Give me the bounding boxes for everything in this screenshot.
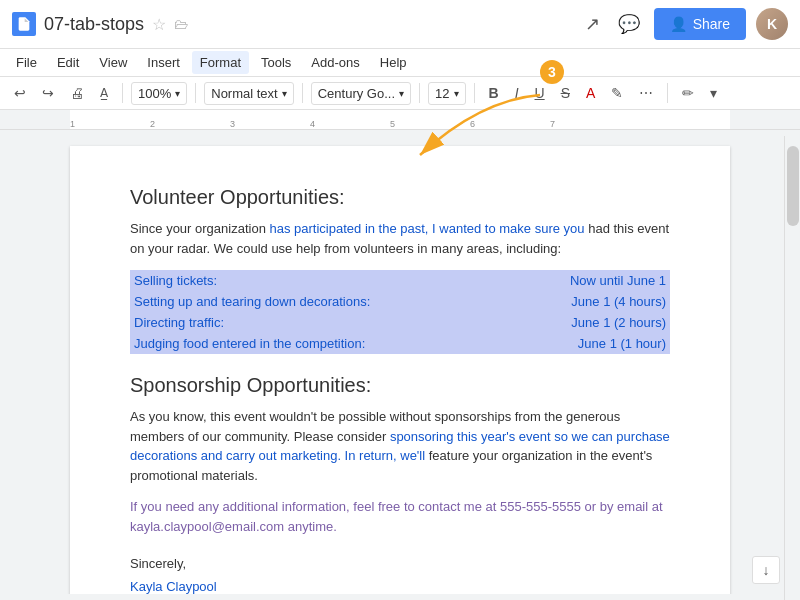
date-cell: June 1 (1 hour)	[509, 333, 670, 354]
zoom-caret: ▾	[175, 88, 180, 99]
size-dropdown[interactable]: 12 ▾	[428, 82, 465, 105]
print-button[interactable]: 🖨	[64, 81, 90, 105]
italic-button[interactable]: I	[509, 81, 525, 105]
menu-tools[interactable]: Tools	[253, 51, 299, 74]
comments-icon[interactable]: 💬	[614, 9, 644, 39]
separator-4	[419, 83, 420, 103]
task-cell: Selling tickets:	[130, 270, 509, 291]
ruler-inner: 1 2 3 4 5 6 7	[70, 110, 730, 129]
tab-stop-badge: 3	[540, 60, 564, 84]
strikethrough-button[interactable]: S	[555, 81, 576, 105]
doc-icon	[12, 12, 36, 36]
underline-button[interactable]: U	[529, 81, 551, 105]
separator-3	[302, 83, 303, 103]
share-button[interactable]: 👤 Share	[654, 8, 746, 40]
menu-format[interactable]: Format	[192, 51, 249, 74]
ruler-mark: 5	[390, 119, 395, 129]
zoom-dropdown[interactable]: 100% ▾	[131, 82, 187, 105]
table-row: Selling tickets: Now until June 1	[130, 270, 670, 291]
task-cell: Directing traffic:	[130, 312, 509, 333]
table-row: Setting up and tearing down decorations:…	[130, 291, 670, 312]
title-area: 07-tab-stops ☆ 🗁	[44, 14, 573, 35]
separator-2	[195, 83, 196, 103]
style-caret: ▾	[282, 88, 287, 99]
date-cell: June 1 (2 hours)	[509, 312, 670, 333]
more-options-button[interactable]: ▾	[704, 81, 723, 105]
section2-para1: As you know, this event wouldn't be poss…	[130, 407, 670, 485]
date-cell: Now until June 1	[509, 270, 670, 291]
menu-addons[interactable]: Add-ons	[303, 51, 367, 74]
separator-6	[667, 83, 668, 103]
font-caret: ▾	[399, 88, 404, 99]
folder-icon[interactable]: 🗁	[174, 16, 188, 32]
font-color-button[interactable]: A	[580, 81, 601, 105]
page: Volunteer Opportunities: Since your orga…	[70, 146, 730, 594]
doc-area[interactable]: Volunteer Opportunities: Since your orga…	[0, 130, 800, 594]
ruler-mark: 4	[310, 119, 315, 129]
menu-bar: File Edit View Insert Format Tools Add-o…	[0, 49, 800, 77]
avatar[interactable]: K	[756, 8, 788, 40]
signature: Kayla Claypool	[130, 579, 670, 594]
table-row: Directing traffic: June 1 (2 hours)	[130, 312, 670, 333]
separator-5	[474, 83, 475, 103]
inline-blue-1: has participated in the past, I wanted t…	[269, 221, 584, 236]
sincerely: Sincerely,	[130, 556, 670, 571]
highlight-button[interactable]: ✎	[605, 81, 629, 105]
nav-down-button[interactable]: ↓	[752, 556, 780, 584]
spellcheck-button[interactable]: A̲	[94, 82, 114, 104]
ruler-mark: 1	[70, 119, 75, 129]
style-dropdown[interactable]: Normal text ▾	[204, 82, 293, 105]
date-cell: June 1 (4 hours)	[509, 291, 670, 312]
avatar-image: K	[756, 8, 788, 40]
font-value: Century Go...	[318, 86, 395, 101]
ruler-mark: 3	[230, 119, 235, 129]
ruler-mark: 2	[150, 119, 155, 129]
tab-table: Selling tickets: Now until June 1 Settin…	[130, 270, 670, 354]
section2-heading: Sponsorship Opportunities:	[130, 374, 670, 397]
header-right: ↗ 💬 👤 Share K	[581, 8, 788, 40]
menu-edit[interactable]: Edit	[49, 51, 87, 74]
menu-insert[interactable]: Insert	[139, 51, 188, 74]
title-bar: 07-tab-stops ☆ 🗁 ↗ 💬 👤 Share K	[0, 0, 800, 49]
scrollbar-thumb[interactable]	[787, 146, 799, 226]
size-caret: ▾	[454, 88, 459, 99]
section1-heading: Volunteer Opportunities:	[130, 186, 670, 209]
menu-file[interactable]: File	[8, 51, 45, 74]
trending-icon[interactable]: ↗	[581, 9, 604, 39]
ruler: 1 2 3 4 5 6 7	[0, 110, 800, 130]
section1-para: Since your organization has participated…	[130, 219, 670, 258]
style-value: Normal text	[211, 86, 277, 101]
scrollbar[interactable]	[784, 136, 800, 600]
task-cell: Judging food entered in the competition:	[130, 333, 509, 354]
table-row: Judging food entered in the competition:…	[130, 333, 670, 354]
font-dropdown[interactable]: Century Go... ▾	[311, 82, 411, 105]
pen-button[interactable]: ✏	[676, 81, 700, 105]
bold-button[interactable]: B	[483, 81, 505, 105]
redo-button[interactable]: ↪	[36, 81, 60, 105]
task-cell: Setting up and tearing down decorations:	[130, 291, 509, 312]
more-button[interactable]: ⋯	[633, 81, 659, 105]
toolbar: ↩ ↪ 🖨 A̲ 100% ▾ Normal text ▾ Century Go…	[0, 77, 800, 110]
menu-help[interactable]: Help	[372, 51, 415, 74]
undo-button[interactable]: ↩	[8, 81, 32, 105]
share-icon: 👤	[670, 16, 687, 32]
separator-1	[122, 83, 123, 103]
inline-blue-2: sponsoring this year's event so we can p…	[130, 429, 670, 464]
ruler-mark: 7	[550, 119, 555, 129]
star-icon[interactable]: ☆	[152, 15, 166, 34]
ruler-mark: 6	[470, 119, 475, 129]
menu-view[interactable]: View	[91, 51, 135, 74]
zoom-value: 100%	[138, 86, 171, 101]
doc-title[interactable]: 07-tab-stops	[44, 14, 144, 35]
size-value: 12	[435, 86, 449, 101]
share-label: Share	[693, 16, 730, 32]
section2-para2: If you need any additional information, …	[130, 497, 670, 536]
